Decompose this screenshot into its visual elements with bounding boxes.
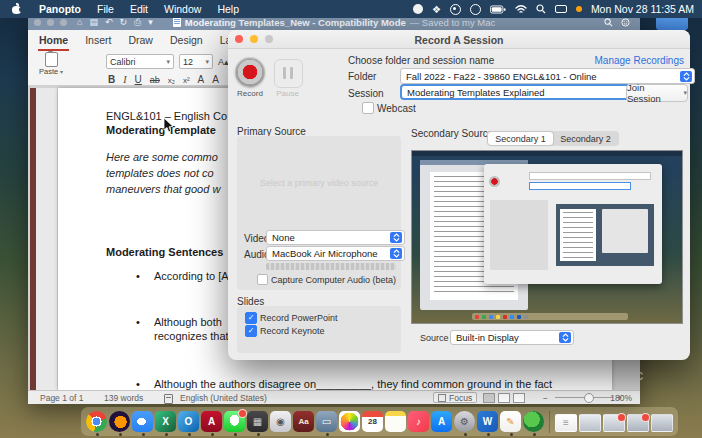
- undo-icon[interactable]: ↶: [105, 17, 113, 28]
- italic-button[interactable]: I: [123, 74, 126, 85]
- print-icon[interactable]: ⎙: [134, 17, 141, 28]
- record-status-icon[interactable]: [413, 4, 423, 14]
- superscript-button[interactable]: x²: [183, 76, 190, 85]
- ribbon-tab-home[interactable]: Home: [38, 32, 69, 51]
- app-menu-name[interactable]: Panopto: [31, 3, 89, 15]
- mic-indicator-icon[interactable]: [576, 6, 582, 12]
- manage-recordings-link[interactable]: Manage Recordings: [595, 55, 685, 66]
- dock-pages[interactable]: ✎: [500, 411, 521, 432]
- doc-heading: Moderating Sentences: [106, 246, 223, 258]
- join-session-button[interactable]: Join Session▾: [626, 84, 688, 102]
- font-name-select[interactable]: Calibri▾: [106, 54, 174, 69]
- spotlight-icon[interactable]: [536, 4, 546, 14]
- dock-outlook[interactable]: O: [178, 411, 199, 432]
- tab-secondary-2[interactable]: Secondary 2: [553, 132, 618, 145]
- home-icon[interactable]: ⌂: [77, 17, 82, 28]
- dock-firefox[interactable]: [109, 411, 130, 432]
- word-search-icon[interactable]: [604, 18, 613, 27]
- dock-calendar[interactable]: 28: [362, 411, 383, 432]
- audio-dropdown[interactable]: MacBook Air Microphone: [266, 246, 405, 261]
- dock-chrome[interactable]: [86, 411, 107, 432]
- dock-excel[interactable]: X: [155, 411, 176, 432]
- dock-window-thumbnail[interactable]: [579, 414, 601, 432]
- menu-items: FileEditWindowHelp: [89, 3, 247, 15]
- webcast-checkbox[interactable]: [362, 102, 374, 114]
- menu-edit[interactable]: Edit: [122, 3, 156, 15]
- language-indicator[interactable]: English (United States): [180, 393, 267, 403]
- dock-music[interactable]: ♪: [408, 411, 429, 432]
- view-web-layout-icon[interactable]: [498, 393, 510, 403]
- grow-font-icon[interactable]: A▴: [218, 57, 229, 67]
- dock-screenshot[interactable]: ◉: [270, 411, 291, 432]
- zoom-level[interactable]: 180%: [610, 393, 632, 403]
- save-icon[interactable]: ▤: [89, 17, 98, 28]
- dock-appstore[interactable]: A: [431, 411, 452, 432]
- underline-button[interactable]: U: [135, 74, 142, 85]
- bold-button[interactable]: B: [108, 74, 115, 85]
- word-feedback-icon[interactable]: [621, 18, 630, 27]
- dock-acrobat[interactable]: A: [201, 411, 222, 432]
- pause-button[interactable]: [274, 59, 303, 88]
- primary-source-panel: Select a primary video source Video None…: [237, 136, 401, 290]
- menu-clock[interactable]: Mon Nov 28 11:35 AM: [591, 3, 694, 15]
- paste-button[interactable]: Paste ▾: [36, 52, 66, 82]
- ribbon-tab-draw[interactable]: Draw: [127, 32, 154, 51]
- dock-messages[interactable]: [224, 411, 245, 432]
- dock-settings[interactable]: ⚙: [454, 411, 475, 432]
- view-print-layout-icon[interactable]: [483, 393, 495, 403]
- ribbon-tab-insert[interactable]: Insert: [84, 32, 112, 51]
- doc-italic-line-1: Here are some commo: [106, 151, 218, 163]
- tab-secondary-1[interactable]: Secondary 1: [488, 132, 553, 145]
- battery-icon[interactable]: [490, 5, 506, 14]
- dock-notes[interactable]: [385, 411, 406, 432]
- redo-icon[interactable]: ↻: [120, 17, 128, 28]
- record-keynote-checkbox[interactable]: ✓: [245, 325, 257, 337]
- view-outline-icon[interactable]: [513, 393, 525, 403]
- source-dropdown[interactable]: Built-in Display: [450, 330, 574, 345]
- bullet-icon: •: [136, 378, 140, 390]
- bullet-icon: •: [136, 270, 140, 282]
- apple-menu-icon[interactable]: [12, 4, 21, 14]
- dock-dictionary[interactable]: Aa: [293, 411, 314, 432]
- dock-zoom[interactable]: [132, 411, 153, 432]
- dock-document-thumbnail[interactable]: ≡: [555, 414, 577, 432]
- menu-help[interactable]: Help: [209, 3, 247, 15]
- dock-window-thumbnail[interactable]: [627, 414, 649, 432]
- ribbon-tab-design[interactable]: Design: [169, 32, 204, 51]
- record-button[interactable]: [235, 57, 265, 87]
- subscript-button[interactable]: x₂: [168, 76, 175, 85]
- dock-calculator[interactable]: ▦: [247, 411, 268, 432]
- menu-window[interactable]: Window: [156, 3, 209, 15]
- running-indicator: [142, 433, 145, 436]
- dock-panopto[interactable]: [523, 411, 544, 432]
- session-name-input[interactable]: Moderating Templates Explained: [400, 84, 630, 100]
- page-indicator[interactable]: Page 1 of 1: [40, 393, 83, 403]
- dock-window-thumbnail[interactable]: [603, 414, 625, 432]
- mouse-cursor: [163, 118, 174, 133]
- video-dropdown[interactable]: None: [266, 230, 405, 245]
- capture-computer-audio-checkbox[interactable]: [257, 274, 268, 285]
- word-close-button[interactable]: [34, 19, 41, 26]
- dropbox-icon[interactable]: ❖: [432, 4, 441, 15]
- screen-recording-icon[interactable]: [450, 4, 461, 15]
- menu-file[interactable]: File: [89, 3, 122, 15]
- running-indicator: [96, 433, 99, 436]
- dock-keyboard[interactable]: ▭: [316, 411, 337, 432]
- dock-word[interactable]: W: [477, 411, 498, 432]
- zoom-slider-knob[interactable]: [584, 393, 594, 403]
- display-icon[interactable]: [555, 5, 567, 14]
- zoom-out-icon[interactable]: −: [543, 393, 548, 403]
- focus-toggle[interactable]: Focus: [433, 392, 477, 403]
- dock-photos[interactable]: [339, 411, 360, 432]
- word-count[interactable]: 139 words: [104, 393, 143, 403]
- proofing-icon[interactable]: [164, 394, 173, 404]
- wifi-icon[interactable]: [515, 5, 527, 14]
- word-zoom-button[interactable]: [60, 19, 67, 26]
- record-powerpoint-checkbox[interactable]: ✓: [245, 312, 257, 324]
- word-minimize-button[interactable]: [47, 19, 54, 26]
- dock-window-thumbnail[interactable]: [651, 414, 673, 432]
- camera-status-icon[interactable]: [470, 4, 481, 15]
- more-icon[interactable]: ▾: [148, 17, 153, 28]
- strikethrough-button[interactable]: ab: [150, 75, 160, 85]
- font-size-select[interactable]: 12▾: [179, 54, 213, 69]
